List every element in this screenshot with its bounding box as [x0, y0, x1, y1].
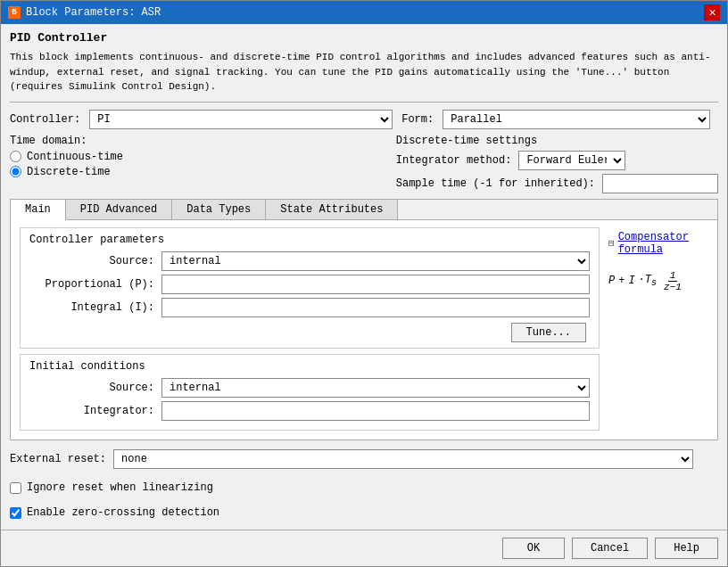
ic-source-row: Source: internal external: [29, 378, 590, 398]
controller-params-section: Controller parameters Source: internal e…: [20, 227, 600, 349]
continuous-radio-row: Continuous-time: [10, 151, 378, 163]
fraction-denominator: z−1: [662, 282, 683, 292]
integral-row: Integral (I): 2.5: [29, 298, 590, 317]
tab-main-content: Controller parameters Source: internal e…: [11, 220, 717, 443]
window-icon: B: [8, 6, 21, 19]
params-source-row: Source: internal external: [29, 251, 590, 271]
params-source-select[interactable]: internal external: [161, 251, 590, 271]
sample-time-input[interactable]: 0.0002: [602, 174, 718, 193]
integrator-value-row: Integrator: 0: [29, 401, 590, 421]
proportional-row: Proportional (P): 1.5: [29, 275, 590, 294]
ignore-reset-checkbox[interactable]: [10, 482, 21, 494]
tab-state-attributes[interactable]: State Attributes: [266, 200, 398, 219]
block-title: PID Controller: [10, 31, 718, 45]
controller-form-row: Controller: PI PID P I PD Form: Parallel…: [10, 110, 718, 129]
external-reset-select[interactable]: none rising falling either level level h…: [113, 449, 693, 469]
continuous-radio[interactable]: [10, 151, 21, 162]
sample-time-label: Sample time (-1 for inherited):: [396, 177, 595, 190]
ignore-reset-row: Ignore reset when linearizing: [10, 481, 718, 494]
initial-conditions-section: Initial conditions Source: internal exte…: [20, 354, 600, 431]
tune-button[interactable]: Tune...: [511, 323, 586, 342]
ic-source-select[interactable]: internal external: [161, 378, 590, 398]
right-panel: ⊟ Compensator formula P + I ·Ts 1 z−1: [608, 227, 708, 436]
controller-select[interactable]: PI PID P I PD: [89, 110, 393, 129]
tab-pid-advanced[interactable]: PID Advanced: [66, 200, 172, 219]
main-window: B Block Parameters: ASR ✕ PID Controller…: [0, 0, 728, 567]
compensator-link[interactable]: Compensator formula: [618, 231, 708, 256]
title-bar: B Block Parameters: ASR ✕: [1, 1, 727, 24]
tabs-bar: Main PID Advanced Data Types State Attri…: [11, 200, 717, 220]
form-select[interactable]: Parallel Ideal: [443, 110, 710, 129]
formula-P: P: [608, 275, 615, 287]
formula-I: I: [628, 275, 634, 287]
tune-row: Tune...: [29, 323, 590, 342]
fraction-numerator: 1: [668, 270, 678, 282]
discrete-settings-panel: Discrete-time settings Integrator method…: [396, 135, 718, 193]
integral-input[interactable]: 2.5: [161, 298, 590, 317]
integrator-method-select[interactable]: Forward Euler Backward Euler Trapezoidal: [518, 151, 625, 170]
ic-source-label: Source:: [29, 382, 154, 394]
block-description: This block implements continuous- and di…: [10, 50, 718, 94]
params-source-label: Source:: [29, 255, 154, 267]
controller-params-title: Controller parameters: [29, 234, 590, 246]
time-domain-section: Time domain: Continuous-time Discrete-ti…: [10, 135, 718, 193]
close-button[interactable]: ✕: [704, 4, 720, 21]
left-panel: Controller parameters Source: internal e…: [20, 227, 600, 436]
help-button[interactable]: Help: [655, 538, 718, 559]
discrete-radio-row: Discrete-time: [10, 166, 378, 178]
integrator-method-label: Integrator method:: [396, 154, 512, 167]
divider-1: [10, 102, 718, 103]
main-content: PID Controller This block implements con…: [1, 24, 727, 530]
sample-time-row: Sample time (-1 for inherited): 0.0002: [396, 174, 718, 193]
bottom-buttons: OK Cancel Help: [1, 530, 727, 566]
initial-conditions-title: Initial conditions: [29, 360, 590, 373]
zero-crossing-checkbox[interactable]: [10, 507, 21, 519]
controller-label: Controller:: [10, 113, 80, 126]
zero-crossing-label: Enable zero-crossing detection: [27, 506, 219, 519]
form-label: Form:: [401, 113, 434, 126]
tab-main[interactable]: Main: [11, 200, 66, 220]
window-title: Block Parameters: ASR: [26, 6, 161, 19]
main-tab-inner: Controller parameters Source: internal e…: [20, 227, 708, 436]
integrator-value-input[interactable]: 0: [161, 401, 590, 421]
tabs-container: Main PID Advanced Data Types State Attri…: [10, 199, 718, 441]
time-domain-label: Time domain:: [10, 135, 378, 147]
compensator-icon: ⊟: [608, 237, 615, 249]
discrete-settings-label: Discrete-time settings: [396, 135, 718, 147]
ok-button[interactable]: OK: [502, 538, 565, 559]
proportional-label: Proportional (P):: [29, 278, 154, 291]
formula-fraction: 1 z−1: [662, 270, 683, 292]
external-reset-row: External reset: none rising falling eith…: [10, 449, 718, 469]
proportional-input[interactable]: 1.5: [161, 275, 590, 294]
integrator-method-row: Integrator method: Forward Euler Backwar…: [396, 151, 718, 170]
external-reset-label: External reset:: [10, 453, 106, 465]
title-bar-left: B Block Parameters: ASR: [8, 6, 161, 19]
tab-data-types[interactable]: Data Types: [172, 200, 266, 219]
formula-display: P + I ·Ts 1 z−1: [608, 270, 685, 292]
ignore-reset-label: Ignore reset when linearizing: [27, 481, 213, 494]
zero-crossing-row: Enable zero-crossing detection: [10, 506, 718, 519]
formula-Ts: ·Ts: [639, 274, 657, 288]
discrete-label: Discrete-time: [27, 166, 111, 178]
time-domain-left: Time domain: Continuous-time Discrete-ti…: [10, 135, 378, 193]
integrator-value-label: Integrator:: [29, 405, 154, 417]
continuous-label: Continuous-time: [27, 151, 123, 163]
cancel-button[interactable]: Cancel: [572, 538, 648, 559]
formula-plus: +: [618, 275, 625, 287]
integral-label: Integral (I):: [29, 301, 154, 314]
compensator-row: ⊟ Compensator formula: [608, 231, 708, 256]
discrete-radio[interactable]: [10, 166, 21, 177]
